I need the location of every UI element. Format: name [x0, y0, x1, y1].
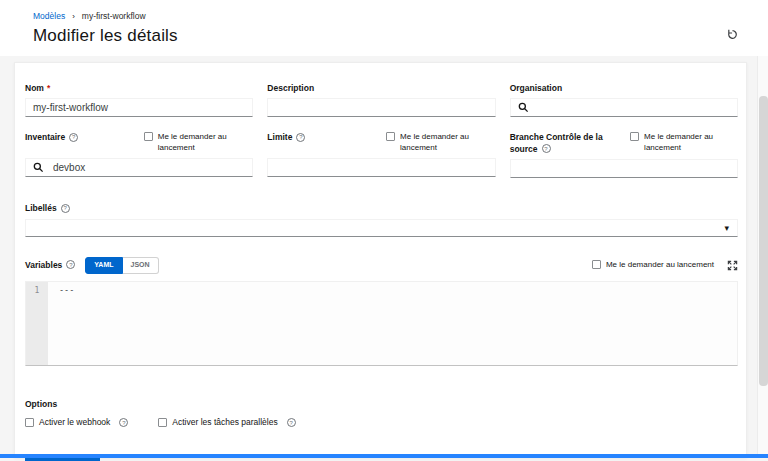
scm-branch-field: Branche Contrôle de la source? Me le dem…: [510, 132, 738, 178]
options-row: Activer le webhook ? Activer les tâches …: [25, 417, 738, 428]
inventory-input[interactable]: [53, 162, 245, 173]
variables-prompt-checkbox[interactable]: Me le demander au lancement: [592, 260, 714, 271]
scm-branch-input-box: [510, 159, 738, 178]
variables-code-editor: 1 ---: [25, 281, 738, 366]
description-input[interactable]: [275, 102, 487, 113]
inventory-label: Inventaire?: [25, 132, 78, 143]
help-icon[interactable]: ?: [287, 418, 296, 427]
content-area: Nom* Description Organisat: [0, 56, 768, 461]
enable-webhook-checkbox[interactable]: Activer le webhook ?: [25, 417, 128, 428]
organization-field: Organisation: [510, 83, 738, 117]
help-icon[interactable]: ?: [119, 418, 128, 427]
form-row-1: Nom* Description Organisat: [25, 83, 738, 117]
help-icon[interactable]: ?: [542, 144, 551, 153]
labels-select[interactable]: ▾: [25, 219, 738, 237]
variables-label: Variables?: [25, 260, 75, 271]
checkbox-icon[interactable]: [592, 260, 601, 269]
json-toggle-button[interactable]: JSON: [123, 257, 159, 273]
help-icon[interactable]: ?: [61, 204, 70, 213]
variables-header: Variables? YAML JSON Me le demander au l…: [25, 257, 738, 273]
page-title: Modifier les détails: [33, 26, 768, 46]
page-header: Modèles › my-first-workflow Modifier les…: [0, 0, 768, 56]
history-icon[interactable]: [724, 26, 740, 42]
limit-field: Limite? Me le demander au lancement: [267, 132, 495, 177]
breadcrumb-templates-link[interactable]: Modèles: [33, 11, 65, 21]
limit-input-box: [267, 158, 495, 177]
name-input[interactable]: [33, 102, 245, 113]
editor-line-number: 1: [35, 286, 40, 295]
inventory-prompt-checkbox[interactable]: Me le demander au lancement: [144, 132, 254, 154]
labels-field: Libellés? ▾: [25, 197, 738, 237]
bottom-accent-bar: [0, 454, 768, 458]
description-field: Description: [267, 83, 495, 117]
chevron-down-icon: ▾: [724, 223, 729, 233]
checkbox-icon[interactable]: [386, 132, 395, 141]
editor-content[interactable]: ---: [48, 282, 737, 365]
name-label: Nom*: [25, 83, 50, 94]
help-icon[interactable]: ?: [296, 133, 305, 142]
organization-input[interactable]: [538, 102, 730, 113]
checkbox-icon[interactable]: [158, 418, 167, 427]
enable-concurrent-checkbox[interactable]: Activer les tâches parallèles ?: [158, 417, 295, 428]
yaml-toggle-button[interactable]: YAML: [85, 257, 122, 273]
expand-icon[interactable]: [727, 260, 738, 271]
variables-format-toggle: YAML JSON: [85, 257, 158, 273]
organization-label: Organisation: [510, 83, 562, 94]
scm-branch-prompt-checkbox[interactable]: Me le demander au lancement: [630, 132, 738, 154]
form-row-2: Inventaire? Me le demander au lancement: [25, 132, 738, 178]
checkbox-icon[interactable]: [144, 132, 153, 141]
options-heading: Options: [25, 399, 738, 409]
organization-input-box: [510, 98, 738, 117]
breadcrumb-current[interactable]: my-first-workflow: [82, 11, 146, 21]
editor-gutter: 1: [26, 282, 48, 365]
checkbox-icon[interactable]: [630, 132, 639, 141]
limit-label: Limite?: [267, 132, 305, 143]
help-icon[interactable]: ?: [66, 260, 75, 269]
scrollbar-thumb[interactable]: [759, 96, 768, 386]
limit-input[interactable]: [275, 162, 487, 173]
labels-label: Libellés?: [25, 203, 70, 213]
breadcrumb-separator-icon: ›: [72, 12, 75, 21]
search-icon[interactable]: [518, 102, 529, 113]
edit-details-screen: Modèles › my-first-workflow Modifier les…: [0, 0, 768, 461]
help-icon[interactable]: ?: [69, 133, 78, 142]
name-field: Nom*: [25, 83, 253, 117]
description-input-box: [267, 98, 495, 117]
search-icon[interactable]: [33, 162, 44, 173]
form-card: Nom* Description Organisat: [14, 62, 747, 458]
breadcrumb: Modèles › my-first-workflow: [33, 11, 768, 21]
description-label: Description: [267, 83, 314, 94]
scrollbar-track: [757, 56, 768, 454]
inventory-field: Inventaire? Me le demander au lancement: [25, 132, 253, 177]
name-input-box: [25, 98, 253, 117]
limit-prompt-checkbox[interactable]: Me le demander au lancement: [386, 132, 496, 154]
required-marker: *: [47, 83, 50, 93]
checkbox-icon[interactable]: [25, 418, 34, 427]
scm-branch-label: Branche Contrôle de la source?: [510, 132, 630, 155]
scm-branch-input[interactable]: [518, 163, 730, 174]
inventory-input-box: [25, 158, 253, 177]
